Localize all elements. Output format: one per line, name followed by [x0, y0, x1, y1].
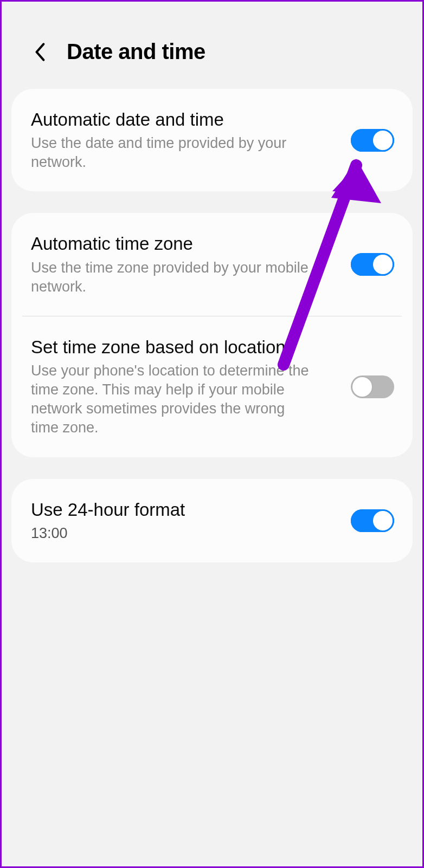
card-24h: Use 24-hour format 13:00 — [11, 479, 413, 562]
toggle-knob — [373, 131, 393, 150]
setting-subtitle: 13:00 — [31, 524, 313, 543]
page-title: Date and time — [67, 40, 205, 64]
setting-title: Automatic time zone — [31, 232, 340, 255]
setting-subtitle: Use the time zone provided by your mobil… — [31, 258, 313, 296]
row-text: Automatic date and time Use the date and… — [31, 108, 340, 172]
row-text: Set time zone based on location Use your… — [31, 336, 340, 438]
toggle-knob — [373, 255, 393, 274]
toggle-location-timezone[interactable] — [351, 375, 394, 398]
toggle-knob — [352, 377, 372, 397]
chevron-left-icon — [34, 42, 46, 62]
toggle-auto-datetime[interactable] — [351, 129, 394, 152]
setting-subtitle: Use the date and time provided by your n… — [31, 134, 313, 172]
setting-title: Set time zone based on location — [31, 336, 340, 358]
row-24h[interactable]: Use 24-hour format 13:00 — [11, 479, 413, 562]
setting-subtitle: Use your phone's location to determine t… — [31, 361, 313, 437]
card-auto-datetime: Automatic date and time Use the date and… — [11, 89, 413, 191]
row-auto-datetime[interactable]: Automatic date and time Use the date and… — [11, 89, 413, 191]
toggle-auto-timezone[interactable] — [351, 253, 394, 276]
row-text: Automatic time zone Use the time zone pr… — [31, 232, 340, 296]
row-text: Use 24-hour format 13:00 — [31, 498, 340, 543]
header: Date and time — [2, 2, 422, 86]
setting-title: Use 24-hour format — [31, 498, 340, 521]
back-button[interactable] — [29, 41, 50, 63]
row-auto-timezone[interactable]: Automatic time zone Use the time zone pr… — [11, 213, 413, 315]
setting-title: Automatic date and time — [31, 108, 340, 131]
toggle-knob — [373, 511, 393, 530]
toggle-24h[interactable] — [351, 509, 394, 532]
row-location-timezone[interactable]: Set time zone based on location Use your… — [11, 316, 413, 457]
card-timezone: Automatic time zone Use the time zone pr… — [11, 213, 413, 457]
